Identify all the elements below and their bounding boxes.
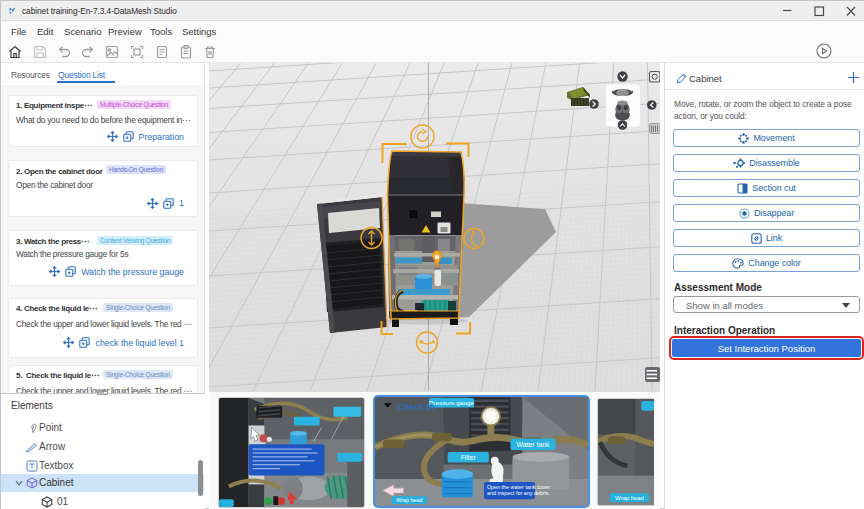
svg-text:Water tank: Water tank — [517, 441, 550, 448]
svg-text:Wrap head: Wrap head — [615, 495, 644, 501]
svg-text:Check th: Check th — [398, 402, 435, 412]
svg-text:and inspect for any debris.: and inspect for any debris. — [487, 490, 550, 496]
svg-text:Filter: Filter — [461, 454, 477, 461]
svg-text:Wrap head: Wrap head — [396, 497, 422, 503]
svg-text:Pressure gauge: Pressure gauge — [429, 399, 474, 407]
svg-text:Open the water tank cover: Open the water tank cover — [487, 484, 550, 490]
